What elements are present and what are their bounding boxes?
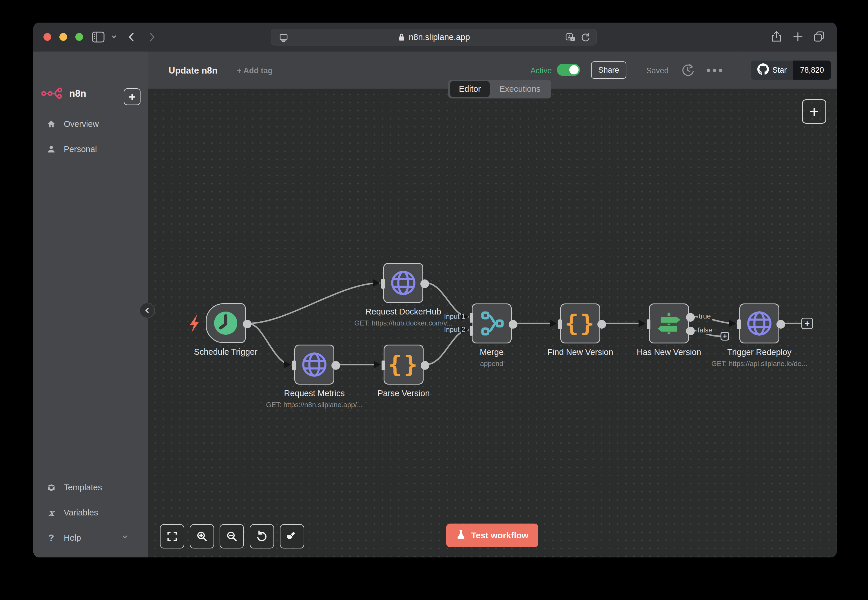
url-text[interactable]: n8n.sliplane.app	[409, 32, 470, 42]
share-button[interactable]: Share	[591, 61, 627, 79]
view-tabs: Editor Executions	[448, 80, 551, 98]
sidebar-item-variables[interactable]: x Variables	[33, 502, 148, 523]
add-tag-button[interactable]: + Add tag	[237, 66, 273, 75]
node-request-dockerhub[interactable]: Request DockerHub GET: https://hub.docke…	[383, 263, 423, 303]
trigger-bolt-icon	[190, 314, 199, 333]
toggle-knob	[569, 65, 578, 74]
sidebar: n8n + Overview Personal	[33, 52, 148, 558]
input-port[interactable]	[558, 320, 562, 329]
history-icon[interactable]	[680, 62, 696, 79]
sidebar-collapse-button[interactable]	[140, 303, 155, 318]
node-label: Request DockerHub	[345, 307, 461, 317]
node-label: Schedule Trigger	[168, 347, 284, 357]
close-window-button[interactable]	[44, 33, 51, 41]
node-find-new-version[interactable]: {} Find New Version	[560, 303, 600, 344]
main-panel: Update n8n + Add tag Active Share Saved …	[148, 52, 837, 558]
sidebar-item-overview[interactable]: Overview	[33, 114, 148, 134]
translate-icon[interactable]: Ax	[565, 33, 576, 42]
input-port[interactable]	[382, 361, 385, 370]
sidebar-item-label: Templates	[64, 483, 102, 492]
node-subtitle: GET: https://hub.docker.com/v...	[345, 319, 461, 327]
svg-text:{}: {}	[388, 351, 419, 378]
add-node-output-button[interactable]: +	[801, 318, 813, 329]
clock-icon	[206, 304, 245, 342]
github-star-label: Star	[772, 66, 787, 75]
test-workflow-button[interactable]: Test workflow	[446, 524, 538, 547]
address-bar[interactable]: n8n.sliplane.app Ax	[271, 29, 597, 45]
workflow-menu-icon[interactable]: ●●●	[706, 65, 724, 75]
github-star-widget[interactable]: Star 78,820	[751, 60, 831, 80]
output-port[interactable]	[243, 320, 252, 328]
new-workflow-button[interactable]: +	[124, 88, 141, 105]
chevron-down-icon[interactable]	[109, 32, 118, 41]
node-label: Parse Version	[346, 389, 461, 398]
output-port[interactable]	[777, 320, 785, 329]
browser-window: n8n.sliplane.app Ax	[33, 23, 837, 558]
person-icon	[46, 144, 56, 154]
node-subtitle: GET: https://n8n.sliplane.app/...	[256, 401, 372, 409]
output-port[interactable]	[421, 361, 429, 370]
if-false-label: false	[697, 326, 713, 334]
tab-overview-icon[interactable]	[812, 30, 826, 44]
active-toggle[interactable]	[557, 64, 580, 76]
sidebar-item-help[interactable]: ? Help	[33, 527, 148, 548]
workflow-title[interactable]: Update n8n	[168, 65, 218, 76]
input-port[interactable]	[647, 320, 650, 329]
sidebar-item-label: Variables	[64, 508, 98, 517]
tidy-up-button[interactable]	[280, 524, 304, 548]
minimize-window-button[interactable]	[59, 33, 67, 41]
sidebar-item-label: Help	[64, 533, 81, 542]
input-port-1[interactable]	[470, 313, 473, 323]
chevron-down-icon	[120, 532, 129, 544]
if-true-label: true	[698, 312, 712, 320]
test-workflow-label: Test workflow	[471, 530, 528, 540]
sidebar-toggle-icon[interactable]	[90, 29, 106, 45]
saved-status: Saved	[646, 66, 669, 75]
output-port-false[interactable]	[686, 327, 695, 335]
node-schedule-trigger[interactable]: Schedule Trigger	[206, 303, 246, 343]
brand-name: n8n	[69, 88, 86, 99]
reload-icon[interactable]	[580, 32, 591, 42]
node-trigger-redeploy[interactable]: Trigger Redeploy GET: https://api.slipla…	[739, 303, 779, 344]
input-port-2[interactable]	[470, 326, 473, 336]
node-has-new-version[interactable]: Has New Version	[649, 303, 689, 344]
add-node-false-branch-button[interactable]: +	[721, 332, 729, 341]
browser-toolbar: n8n.sliplane.app Ax	[33, 23, 837, 52]
output-port[interactable]	[509, 320, 517, 329]
share-page-icon[interactable]	[769, 30, 784, 44]
output-port[interactable]	[331, 361, 340, 370]
sidebar-item-templates[interactable]: Templates	[33, 477, 148, 498]
zoom-to-fit-button[interactable]	[160, 524, 184, 548]
tab-editor[interactable]: Editor	[450, 81, 490, 97]
zoom-out-button[interactable]	[220, 524, 244, 548]
node-parse-version[interactable]: {} Parse Version	[384, 345, 423, 385]
node-request-metrics[interactable]: Request Metrics GET: https://n8n.sliplan…	[294, 345, 334, 385]
node-subtitle: append	[434, 360, 549, 368]
workflow-canvas[interactable]: Input 1 Input 2 true false Schedule Trig…	[148, 89, 837, 558]
input-port[interactable]	[381, 279, 385, 289]
github-logo-icon	[757, 64, 769, 77]
svg-text:x: x	[572, 37, 574, 41]
zoom-window-button[interactable]	[75, 33, 83, 41]
output-port-true[interactable]	[686, 313, 695, 322]
sidebar-item-personal[interactable]: Personal	[33, 139, 148, 159]
output-port[interactable]	[420, 279, 429, 288]
output-port[interactable]	[597, 320, 606, 329]
zoom-in-button[interactable]	[190, 524, 214, 548]
sidebar-divider	[33, 552, 148, 552]
globe-icon	[295, 345, 334, 384]
globe-icon	[384, 264, 422, 302]
input-port[interactable]	[292, 361, 296, 370]
tab-executions[interactable]: Executions	[491, 81, 549, 97]
lock-icon	[398, 33, 405, 41]
add-node-button[interactable]: +	[802, 99, 826, 124]
code-braces-icon: {}	[561, 305, 599, 342]
code-braces-icon: {}	[384, 345, 423, 384]
github-star-count: 78,820	[793, 61, 831, 80]
node-merge[interactable]: Merge append	[472, 303, 511, 344]
forward-button[interactable]	[145, 30, 158, 44]
new-tab-icon[interactable]	[792, 30, 804, 43]
back-button[interactable]	[125, 30, 138, 44]
undo-button[interactable]	[250, 524, 274, 548]
input-port[interactable]	[737, 320, 741, 329]
